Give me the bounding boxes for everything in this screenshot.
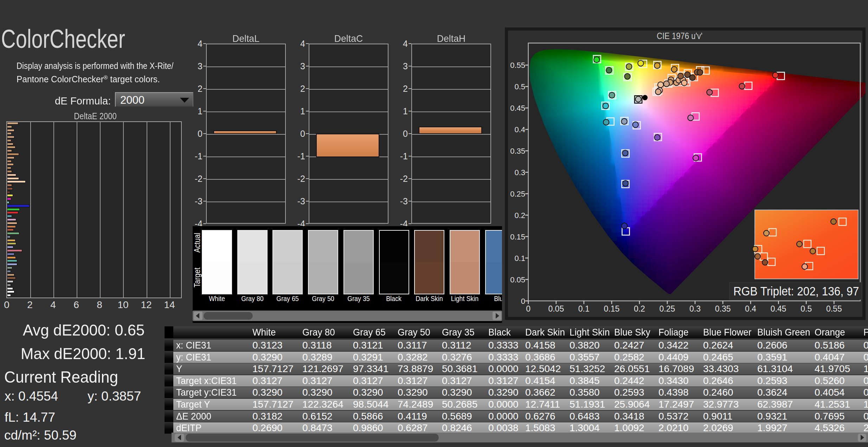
svg-text:0.45: 0.45 [510, 104, 525, 113]
svg-text:0.25: 0.25 [660, 304, 675, 313]
svg-text:0.35: 0.35 [510, 147, 525, 155]
svg-text:0.5: 0.5 [801, 304, 812, 313]
svg-text:RGB Triplet: 202, 136, 97: RGB Triplet: 202, 136, 97 [733, 284, 859, 298]
svg-text:0.15: 0.15 [510, 232, 525, 241]
svg-text:0.55: 0.55 [510, 61, 525, 70]
svg-text:0: 0 [521, 297, 525, 306]
svg-text:CIE 1976 u'v': CIE 1976 u'v' [657, 31, 702, 41]
svg-text:0.4: 0.4 [514, 125, 525, 134]
svg-text:0.45: 0.45 [771, 304, 786, 313]
svg-text:0.1: 0.1 [514, 254, 525, 263]
svg-text:0.25: 0.25 [510, 190, 525, 198]
svg-text:0.55: 0.55 [826, 304, 842, 313]
svg-text:0.3: 0.3 [514, 168, 525, 177]
svg-text:0.2: 0.2 [634, 304, 645, 313]
svg-text:0.4: 0.4 [745, 304, 756, 313]
svg-text:0.05: 0.05 [510, 275, 525, 284]
svg-text:0.2: 0.2 [514, 211, 525, 220]
svg-text:0.3: 0.3 [689, 304, 701, 313]
svg-text:0: 0 [526, 304, 531, 313]
svg-text:0.5: 0.5 [514, 82, 525, 91]
svg-text:0.1: 0.1 [578, 304, 590, 313]
svg-text:0.15: 0.15 [604, 304, 620, 313]
svg-text:0.35: 0.35 [715, 304, 731, 313]
svg-text:0.05: 0.05 [548, 304, 564, 313]
